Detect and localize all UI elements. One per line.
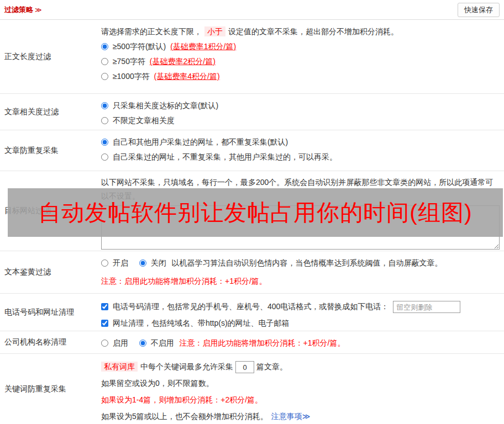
length-option-500[interactable]: ≥500字符(默认) (基础费率1积分/篇) xyxy=(101,39,500,54)
length-filter-intro: 请选择需求的正文长度下限，小于设定值的文章不采集，超出部分不增加积分消耗。 xyxy=(101,24,500,39)
company-clean-note: 注意：启用此功能将增加积分消耗：+1积分/篇。 xyxy=(180,338,345,347)
keyword-limit-note-zero: 如果留空或设为0，则不限篇数。 xyxy=(101,375,500,391)
company-clean-off[interactable]: 不启用 xyxy=(139,338,176,347)
chevron-down-icon[interactable]: ≫ xyxy=(35,6,42,14)
length-option-500-label: ≥500字符(默认) xyxy=(113,42,166,51)
length-option-750-radio[interactable] xyxy=(101,58,108,65)
company-clean-on[interactable]: 启用 xyxy=(101,338,130,347)
section-target-sites: 目标网站过滤 以下网站不采集，只填域名，每行一个，最多200个。系统会自动识别并… xyxy=(0,171,504,251)
keyword-limit-note-cost: 如果设为1-4篇，则增加积分消耗：+2积分/篇。 xyxy=(101,391,500,408)
dedup-option-global[interactable]: 自己和其他用户采集过的网址，都不重复采集(默认) xyxy=(101,135,500,150)
phone-clean-checkbox[interactable] xyxy=(101,303,108,310)
relevance-option-any-radio[interactable] xyxy=(101,117,108,124)
url-clean-option[interactable]: 网址清理，包括纯域名、带http(s)的网址、电子邮箱 xyxy=(101,315,500,331)
blocked-sites-textarea[interactable] xyxy=(101,205,500,250)
keyword-limit-row: 私有词库中每个关键词最多允许采集篇文章。 xyxy=(101,358,500,375)
keyword-limit-text-end: 篇文章。 xyxy=(256,362,287,371)
quick-save-button[interactable]: 快速保存 xyxy=(458,3,500,17)
length-option-1000-label: ≥1000字符 xyxy=(113,72,150,81)
porn-option-on-label: 开启 xyxy=(113,258,128,267)
url-clean-label: 网址清理，包括纯域名、带http(s)的网址、电子邮箱 xyxy=(113,319,290,327)
dedup-option-global-label: 自己和其他用户采集过的网址，都不重复采集(默认) xyxy=(113,137,288,146)
section-phone-url-clean: 电话号码和网址清理 电话号码清理，包括常见的手机号、座机号、400电话格式，或替… xyxy=(0,294,504,331)
porn-option-off[interactable]: 关闭 xyxy=(139,258,169,267)
porn-option-off-radio[interactable] xyxy=(139,259,146,267)
dedup-option-self[interactable]: 自己采集过的网址，不重复采集，其他用户采集过的，可以再采。 xyxy=(101,150,500,165)
relevance-option-strict-radio[interactable] xyxy=(101,102,108,109)
page-title-text: 过滤策略 xyxy=(4,6,33,14)
length-option-1000-rate: (基础费率4积分/篇) xyxy=(154,72,220,81)
porn-filter-note: 注意：启用此功能将增加积分消耗：+1积分/篇。 xyxy=(101,274,500,289)
keyword-limit-label: 关键词防重复采集 xyxy=(0,354,97,424)
intro-before: 请选择需求的正文长度下限， xyxy=(101,27,202,36)
target-sites-label: 目标网站过滤 xyxy=(0,171,97,251)
length-option-1000[interactable]: ≥1000字符 (基础费率4积分/篇) xyxy=(101,69,500,84)
less-than-badge: 小于 xyxy=(204,26,225,36)
keyword-limit-note-five-text: 如果设为5篇或以上，也不会额外增加积分消耗。 xyxy=(101,412,268,421)
company-clean-off-radio[interactable] xyxy=(139,340,146,347)
relevance-option-strict-label: 只采集相关度达标的文章(默认) xyxy=(113,101,218,110)
porn-filter-label: 文本鉴黄过滤 xyxy=(0,251,97,293)
length-filter-label: 正文长度过滤 xyxy=(0,20,97,93)
relevance-option-any[interactable]: 不限定文章相关度 xyxy=(101,113,500,128)
relevance-filter-label: 文章相关度过滤 xyxy=(0,94,97,130)
relevance-option-strict[interactable]: 只采集相关度达标的文章(默认) xyxy=(101,98,500,113)
length-option-750[interactable]: ≥750字符 (基础费率2积分/篇) xyxy=(101,54,500,69)
phone-url-clean-label: 电话号码和网址清理 xyxy=(0,294,97,331)
keyword-limit-count-input[interactable] xyxy=(235,361,254,373)
length-option-500-radio[interactable] xyxy=(101,43,108,50)
company-clean-off-label: 不启用 xyxy=(151,338,174,347)
phone-clean-row: 电话号码清理，包括常见的手机号、座机号、400电话格式，或替换成如下电话： xyxy=(101,298,500,315)
length-option-1000-radio[interactable] xyxy=(101,73,108,80)
porn-filter-options: 开启 关闭 以机器学习算法自动识别色情内容，当色情概率达到系统阈值，自动屏蔽文章… xyxy=(101,256,500,271)
page-title: 过滤策略≫ xyxy=(4,5,42,15)
section-porn-filter: 文本鉴黄过滤 开启 关闭 以机器学习算法自动识别色情内容，当色情概率达到系统阈值… xyxy=(0,251,504,294)
private-thesaurus-badge: 私有词库 xyxy=(101,362,138,372)
dedup-option-self-radio[interactable] xyxy=(101,153,108,161)
dedup-option-self-label: 自己采集过的网址，不重复采集，其他用户采集过的，可以再采。 xyxy=(113,152,337,161)
length-option-500-rate: (基础费率1积分/篇) xyxy=(170,42,236,51)
company-clean-options: 启用 不启用 注意：启用此功能将增加积分消耗：+1积分/篇。 xyxy=(101,336,500,351)
length-option-750-label: ≥750字符 xyxy=(113,57,145,66)
length-option-750-rate: (基础费率2积分/篇) xyxy=(150,57,216,66)
intro-after: 设定值的文章不采集，超出部分不增加积分消耗。 xyxy=(228,27,398,36)
section-relevance-filter: 文章相关度过滤 只采集相关度达标的文章(默认) 不限定文章相关度 xyxy=(0,94,504,130)
dedup-option-global-radio[interactable] xyxy=(101,139,108,146)
keyword-limit-note-five: 如果设为5篇或以上，也不会额外增加积分消耗。注意事项≫ xyxy=(101,408,500,424)
phone-clean-option[interactable]: 电话号码清理，包括常见的手机号、座机号、400电话格式，或替换成如下电话： xyxy=(101,302,391,311)
top-bar: 过滤策略≫ 快速保存 xyxy=(0,0,504,20)
porn-option-on[interactable]: 开启 xyxy=(101,258,130,267)
section-keyword-limit: 关键词防重复采集 私有词库中每个关键词最多允许采集篇文章。 如果留空或设为0，则… xyxy=(0,354,504,424)
notice-link[interactable]: 注意事项≫ xyxy=(271,412,311,421)
relevance-option-any-label: 不限定文章相关度 xyxy=(113,116,175,125)
target-sites-intro: 以下网站不采集，只填域名，每行一个，最多200个。系统会自动识别并屏蔽那些非文章… xyxy=(101,176,500,203)
porn-option-off-label: 关闭 xyxy=(151,258,166,267)
filter-settings-form: 正文长度过滤 请选择需求的正文长度下限，小于设定值的文章不采集，超出部分不增加积… xyxy=(0,20,504,424)
section-dedup-filter: 文章防重复采集 自己和其他用户采集过的网址，都不重复采集(默认) 自己采集过的网… xyxy=(0,130,504,171)
porn-filter-description: 以机器学习算法自动识别色情内容，当色情概率达到系统阈值，自动屏蔽文章。 xyxy=(172,258,443,267)
url-clean-checkbox[interactable] xyxy=(101,320,108,327)
company-clean-on-label: 启用 xyxy=(113,338,128,347)
section-length-filter: 正文长度过滤 请选择需求的正文长度下限，小于设定值的文章不采集，超出部分不增加积… xyxy=(0,20,504,94)
replacement-phone-input[interactable] xyxy=(393,301,460,313)
keyword-limit-text-mid: 中每个关键词最多允许采集 xyxy=(140,362,233,371)
phone-clean-label: 电话号码清理，包括常见的手机号、座机号、400电话格式，或替换成如下电话： xyxy=(113,302,389,311)
company-clean-label: 公司机构名称清理 xyxy=(0,331,97,353)
section-company-clean: 公司机构名称清理 启用 不启用 注意：启用此功能将增加积分消耗：+1积分/篇。 xyxy=(0,331,504,354)
company-clean-on-radio[interactable] xyxy=(101,340,108,347)
porn-option-on-radio[interactable] xyxy=(101,259,108,267)
dedup-filter-label: 文章防重复采集 xyxy=(0,130,97,171)
